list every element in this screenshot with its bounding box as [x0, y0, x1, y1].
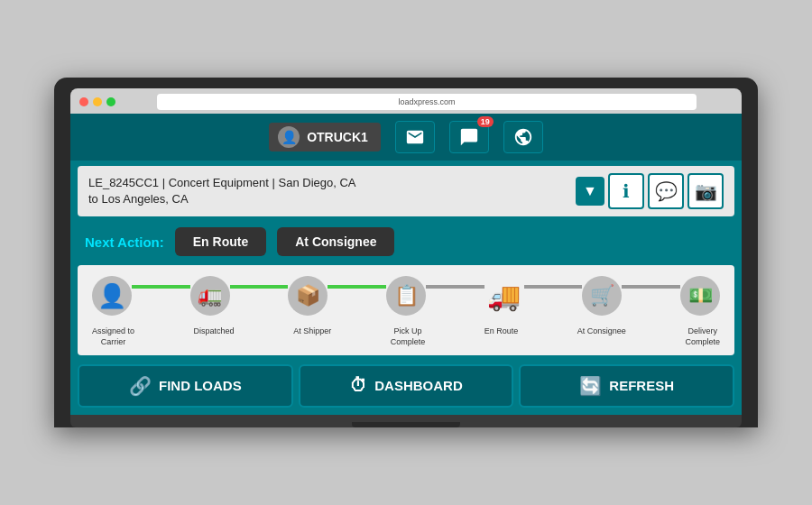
browser-chrome: loadxpress.com	[70, 88, 742, 114]
bottom-bar: 🔗 FIND LOADS ⏱ DASHBOARD 🔄 REFRESH	[70, 359, 742, 415]
delivery-icon: 💵	[680, 276, 720, 316]
chat-icon	[459, 127, 479, 147]
close-button[interactable]	[79, 97, 88, 106]
app-screen: 👤 OTRUCK1 19 LE_	[70, 114, 742, 414]
step-delivery-complete: 💵	[680, 276, 720, 316]
connector-6	[622, 285, 680, 289]
connector-3	[328, 285, 386, 289]
connector-5	[524, 285, 583, 289]
load-text: LE_8245CC1 | Concert Equipment | San Die…	[88, 175, 356, 207]
refresh-label: REFRESH	[609, 378, 674, 393]
load-info-bar: LE_8245CC1 | Concert Equipment | San Die…	[78, 166, 734, 216]
globe-button[interactable]	[503, 121, 543, 153]
info-button[interactable]: ℹ	[608, 173, 644, 209]
label-delivery-complete: DeliveryComplete	[685, 326, 720, 347]
username-label: OTRUCK1	[307, 130, 368, 144]
step-at-shipper: 📦	[288, 276, 328, 316]
load-actions: ▼ ℹ 💬 📷	[576, 173, 724, 209]
dashboard-label: DASHBOARD	[374, 378, 463, 393]
pickup-icon: 📋	[386, 276, 426, 316]
next-action-bar: Next Action: En Route At Consignee	[70, 222, 742, 262]
dispatched-icon: 🚛	[190, 276, 230, 316]
address-bar[interactable]: loadxpress.com	[157, 94, 697, 110]
dashboard-icon: ⏱	[349, 375, 367, 396]
step-dispatched: 🚛	[190, 276, 230, 316]
next-action-label: Next Action:	[85, 234, 164, 250]
label-at-consignee: At Consignee	[577, 326, 626, 337]
minimize-button[interactable]	[93, 97, 102, 106]
find-loads-icon: 🔗	[129, 375, 152, 397]
find-loads-label: FIND LOADS	[159, 378, 242, 393]
step-pick-complete: 📋	[386, 276, 426, 316]
step-en-route: 🚚	[484, 276, 524, 316]
url-text: loadxpress.com	[398, 97, 455, 106]
en-route-icon: 🚚	[484, 276, 524, 316]
connector-1	[132, 285, 190, 289]
notification-badge: 19	[477, 116, 494, 127]
label-en-route: En Route	[484, 326, 519, 337]
user-badge[interactable]: 👤 OTRUCK1	[269, 123, 381, 152]
en-route-button[interactable]: En Route	[175, 227, 266, 256]
laptop-shell: loadxpress.com 👤 OTRUCK1 19	[54, 78, 758, 427]
label-at-shipper: At Shipper	[293, 326, 331, 337]
refresh-icon: 🔄	[579, 375, 602, 397]
label-assigned: Assigned toCarrier	[92, 326, 134, 347]
load-line2: to Los Angeles, CA	[88, 192, 189, 206]
laptop-base	[70, 415, 742, 427]
chat-button[interactable]: 19	[449, 121, 489, 153]
camera-button[interactable]: 📷	[687, 173, 724, 209]
dropdown-button[interactable]: ▼	[576, 177, 604, 206]
label-pick-complete: Pick UpComplete	[391, 326, 426, 347]
find-loads-button[interactable]: 🔗 FIND LOADS	[78, 364, 293, 408]
assigned-icon: 👤	[92, 276, 132, 316]
step-at-consignee: 🛒	[582, 276, 622, 316]
progress-track: 👤 🚛 📦 📋	[92, 276, 720, 316]
refresh-button[interactable]: 🔄 REFRESH	[519, 364, 734, 408]
shipper-icon: 📦	[288, 276, 328, 316]
step-assigned-to-carrier: 👤	[92, 276, 132, 316]
connector-2	[230, 285, 289, 289]
label-dispatched: Dispatched	[194, 326, 235, 337]
consignee-icon: 🛒	[582, 276, 622, 316]
mail-button[interactable]	[395, 121, 435, 153]
at-consignee-button[interactable]: At Consignee	[277, 227, 394, 256]
maximize-button[interactable]	[106, 97, 115, 106]
globe-icon	[513, 127, 533, 147]
traffic-lights	[79, 97, 115, 106]
progress-section: 👤 🚛 📦 📋	[78, 265, 734, 354]
connector-4	[426, 285, 484, 289]
dashboard-button[interactable]: ⏱ DASHBOARD	[299, 364, 514, 408]
top-bar: 👤 OTRUCK1 19	[70, 114, 742, 161]
comment-button[interactable]: 💬	[648, 173, 684, 209]
avatar-icon: 👤	[278, 126, 300, 148]
load-line1: LE_8245CC1 | Concert Equipment | San Die…	[88, 176, 356, 189]
mail-icon	[405, 127, 425, 147]
